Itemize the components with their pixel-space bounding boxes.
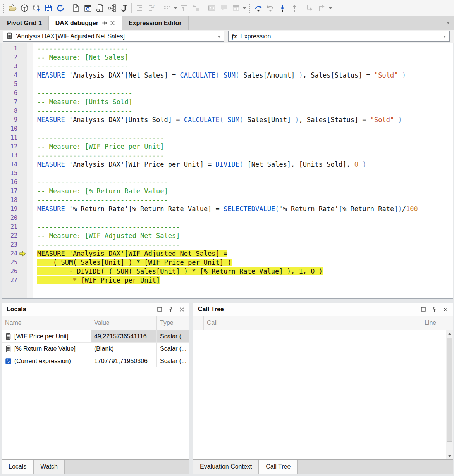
local-type[interactable]: Scalar (... — [157, 343, 189, 355]
step-over-button[interactable] — [252, 2, 264, 14]
code-line-15-text[interactable] — [34, 169, 37, 178]
local-value[interactable]: 49,2215736541116 — [91, 330, 157, 342]
close-icon[interactable] — [443, 307, 448, 312]
code-line-21-text[interactable]: ------------------------------------ — [34, 222, 180, 231]
code-editor[interactable]: 1-----------------------2-- Measure: [Ne… — [2, 43, 453, 299]
code-line-16-text[interactable]: --------------------------------- — [34, 178, 168, 187]
measure-selector-combo[interactable]: 'Analysis DAX'[WIF Adjusted Net Sales] — [3, 31, 224, 42]
close-icon[interactable] — [179, 307, 184, 312]
local-type[interactable]: Scalar (... — [157, 355, 189, 367]
scroll-down-icon[interactable] — [446, 453, 453, 459]
code-line-17-text[interactable]: -- Measure: [% Return Rate Value] — [34, 187, 168, 196]
toolbar-dropdown-caret[interactable] — [242, 2, 247, 14]
dax-debugger-window: 2 Pivot Grid 1DAX debuggerExpression Edi… — [0, 0, 454, 476]
code-line-8-text[interactable]: ------------------------ — [34, 107, 132, 116]
refresh-button[interactable] — [54, 2, 66, 14]
pin-icon[interactable] — [432, 307, 437, 312]
model-cube-button[interactable] — [18, 2, 30, 14]
call-tree-row-6[interactable] — [193, 379, 453, 388]
locals-row-1[interactable]: [WIF Price per Unit]49,2215736541116Scal… — [2, 330, 189, 343]
expression-selector-combo[interactable]: fx Expression — [228, 31, 450, 42]
tab-expression-editor[interactable]: Expression Editor — [122, 16, 189, 30]
local-type[interactable]: Scalar (... — [157, 330, 189, 342]
save-button[interactable] — [42, 2, 54, 14]
call-tree-row-8[interactable] — [193, 398, 453, 408]
locals-col-value[interactable]: Value — [91, 316, 157, 330]
local-value[interactable]: 1707791,71950306 — [91, 355, 157, 367]
code-line-3-text[interactable]: ----------------------- — [34, 62, 128, 71]
code-line-12-text[interactable]: -- Measure: [WIF Price per Unit] — [34, 142, 164, 151]
call-tree-row-13[interactable] — [193, 447, 453, 456]
code-line-4-text[interactable]: MEASURE 'Analysis DAX'[Net Sales] = CALC… — [34, 71, 406, 80]
call-tree-row-11[interactable] — [193, 427, 453, 437]
locals-row-3[interactable]: (Current expression)1707791,71950306Scal… — [2, 355, 189, 367]
locals-col-name[interactable]: Name — [2, 316, 91, 330]
scrollbar-thumb[interactable] — [447, 338, 452, 442]
locals-tab-watch[interactable]: Watch — [33, 460, 65, 474]
local-value[interactable]: (Blank) — [91, 343, 157, 355]
code-line-26-text[interactable]: - DIVIDE( ( SUM( Sales[Unit] ) * [% Retu… — [34, 267, 323, 276]
deploy-model-button[interactable] — [30, 2, 42, 14]
scroll-up-icon[interactable] — [446, 330, 453, 337]
close-icon[interactable] — [110, 21, 115, 26]
locals-col-type[interactable]: Type — [157, 316, 189, 330]
code-line-25-text[interactable]: ( SUM( Sales[Unit] ) * [WIF Price per Un… — [34, 258, 232, 267]
call-tree-col-line[interactable]: Line — [421, 316, 453, 330]
code-line-24-text[interactable]: MEASURE 'Analysis DAX'[WIF Adjusted Net … — [34, 249, 227, 258]
call-tree-row-7[interactable] — [193, 388, 453, 398]
toolbar-dropdown-caret[interactable] — [328, 2, 333, 14]
locals-row-2[interactable]: [% Return Rate Value](Blank)Scalar (... — [2, 343, 189, 355]
code-line-13-text[interactable]: -------------------------------- — [34, 151, 164, 160]
locals-tab-locals[interactable]: Locals — [2, 460, 33, 474]
tab-dax-debugger[interactable]: DAX debugger — [49, 16, 122, 30]
refresh-metadata-button[interactable] — [82, 2, 94, 14]
call-tree-row-10[interactable] — [193, 417, 453, 427]
call-tree-row-14[interactable] — [193, 456, 453, 459]
call-tree-scrollbar[interactable] — [446, 330, 453, 459]
maximize-icon[interactable] — [157, 307, 162, 312]
tab-pivot-grid-1[interactable]: Pivot Grid 1 — [0, 16, 49, 30]
calltree-tab-evaluation-context[interactable]: Evaluation Context — [193, 460, 259, 474]
line-number: 19 — [2, 205, 18, 214]
chevron-down-icon — [174, 7, 177, 9]
calltree-tab-call-tree[interactable]: Call Tree — [259, 460, 298, 474]
script-button[interactable] — [118, 2, 130, 14]
code-line-2-text[interactable]: -- Measure: [Net Sales] — [34, 53, 128, 62]
code-line-20-text[interactable] — [34, 214, 37, 222]
document-button[interactable] — [70, 2, 82, 14]
call-tree-row-5[interactable] — [193, 369, 453, 379]
call-tree-row-2[interactable] — [193, 340, 453, 350]
page-reference-button[interactable] — [94, 2, 106, 14]
code-line-23-text[interactable]: ------------------------------------ — [34, 240, 180, 249]
call-tree-row-3[interactable] — [193, 350, 453, 359]
toolbar-grip[interactable] — [248, 3, 251, 13]
line-number: 11 — [2, 133, 18, 142]
code-line-5-text[interactable] — [34, 80, 37, 89]
code-line-1-text[interactable]: ----------------------- — [34, 44, 128, 53]
open-file-button[interactable] — [6, 2, 18, 14]
code-line-27-text[interactable]: * [WIF Price per Unit] — [34, 276, 160, 285]
call-tree-row-9[interactable] — [193, 408, 453, 417]
call-tree-col-call[interactable]: Call — [204, 316, 421, 330]
code-line-7-text[interactable]: -- Measure: [Units Sold] — [34, 98, 132, 107]
code-line-22-text[interactable]: -- Measure: [WIF Adjusted Net Sales] — [34, 231, 180, 240]
fold-margin-cell — [28, 89, 34, 98]
code-line-10-text[interactable] — [34, 124, 37, 133]
code-line-11-text[interactable]: -------------------------------- — [34, 133, 164, 142]
toolbar-dropdown-caret[interactable] — [173, 2, 178, 14]
code-line-9-text[interactable]: MEASURE 'Analysis DAX'[Units Sold] = CAL… — [34, 116, 402, 124]
call-tree-row-12[interactable] — [193, 437, 453, 447]
pin-icon[interactable] — [168, 307, 173, 312]
step-into-button[interactable] — [276, 2, 288, 14]
call-tree-row-4[interactable] — [193, 359, 453, 369]
dependency-tree-button[interactable] — [106, 2, 118, 14]
code-line-19-text[interactable]: MEASURE '% Return Rate'[% Return Rate Va… — [34, 205, 418, 214]
pin-icon[interactable] — [101, 21, 107, 26]
code-line-18-text[interactable]: --------------------------------- — [34, 196, 168, 205]
toolbar-grip[interactable] — [2, 3, 5, 13]
tab-list-caret[interactable] — [447, 16, 450, 30]
code-line-6-text[interactable]: ------------------------ — [34, 89, 132, 98]
call-tree-row-1[interactable] — [193, 330, 453, 340]
code-line-14-text[interactable]: MEASURE 'Analysis DAX'[WIF Price per Uni… — [34, 160, 366, 169]
maximize-icon[interactable] — [421, 307, 426, 312]
